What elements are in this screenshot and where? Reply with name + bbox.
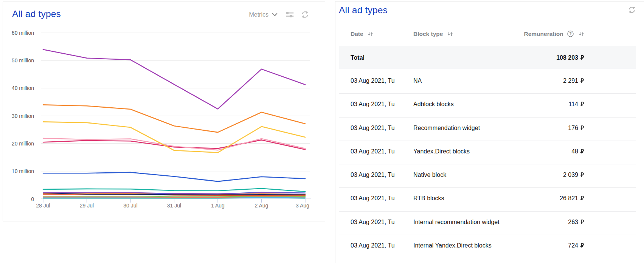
svg-text:0: 0 bbox=[31, 196, 34, 202]
svg-text:10 million: 10 million bbox=[12, 168, 34, 174]
svg-text:28 Jul: 28 Jul bbox=[36, 203, 50, 209]
svg-text:2 Aug: 2 Aug bbox=[255, 203, 268, 209]
svg-text:29 Jul: 29 Jul bbox=[80, 203, 94, 209]
svg-text:20 million: 20 million bbox=[12, 141, 34, 147]
svg-text:3 Aug: 3 Aug bbox=[296, 203, 309, 209]
svg-text:1 Aug: 1 Aug bbox=[211, 203, 225, 209]
svg-text:31 Jul: 31 Jul bbox=[167, 203, 181, 209]
svg-text:60 million: 60 million bbox=[12, 30, 34, 36]
svg-text:40 million: 40 million bbox=[12, 85, 34, 91]
svg-text:30 Jul: 30 Jul bbox=[123, 203, 137, 209]
svg-text:?: ? bbox=[569, 31, 571, 36]
svg-text:30 million: 30 million bbox=[12, 113, 34, 119]
svg-text:50 million: 50 million bbox=[12, 57, 34, 63]
